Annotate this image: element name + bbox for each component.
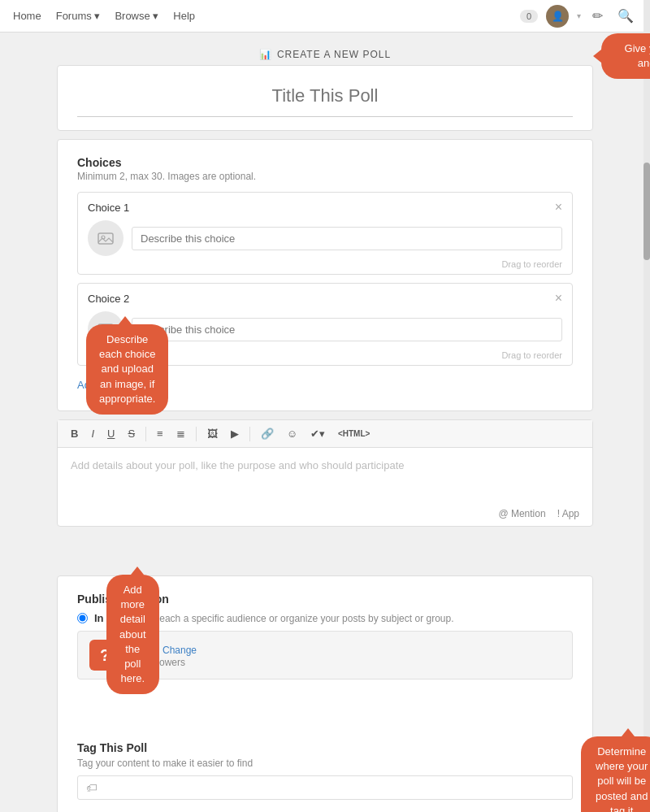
tag-section: Tag This Poll Tag your content to make i… bbox=[77, 741, 573, 800]
search-icon[interactable]: 🔍 bbox=[614, 5, 637, 27]
poll-title-input[interactable] bbox=[77, 79, 573, 117]
choice-1-header: Choice 1 × bbox=[88, 201, 562, 214]
toolbar-more[interactable]: ✔▾ bbox=[306, 425, 330, 442]
toolbar-ul[interactable]: ≡ bbox=[152, 425, 168, 442]
add-choice-link[interactable]: Add a Choice bbox=[77, 379, 141, 391]
publish-title: Publish Location bbox=[77, 593, 573, 606]
editor-toolbar: B I U S ≡ ≣ 🖼 ▶ 🔗 ☺ ✔▾ <HTML> bbox=[58, 420, 592, 448]
choices-title: Choices bbox=[77, 156, 573, 169]
nav-forums[interactable]: Forums ▾ bbox=[56, 10, 101, 22]
scrollbar-thumb[interactable] bbox=[644, 163, 650, 260]
toolbar-divider-3 bbox=[249, 427, 250, 441]
choice-2-image-upload[interactable] bbox=[88, 311, 124, 347]
choice-1-box: Choice 1 × Drag to reorder bbox=[77, 192, 573, 275]
publish-radio[interactable] bbox=[77, 613, 88, 623]
spacer-1 bbox=[57, 535, 593, 575]
tooltip-location: Determine where your poll will be posted… bbox=[581, 736, 650, 812]
place-info: Help Change 30 Followers bbox=[130, 643, 561, 668]
page-title: CREATE A NEW POLL bbox=[277, 49, 391, 60]
choices-card: Choices Minimum 2, max 30. Images are op… bbox=[57, 139, 593, 411]
place-followers: 30 Followers bbox=[130, 657, 185, 668]
nav-help[interactable]: Help bbox=[173, 10, 195, 22]
choice-2-close[interactable]: × bbox=[555, 292, 562, 305]
choice-1-close[interactable]: × bbox=[555, 201, 562, 214]
place-change-link[interactable]: Change bbox=[162, 645, 197, 656]
nav-left: Home Forums ▾ Browse ▾ Help bbox=[13, 10, 520, 22]
toolbar-image[interactable]: 🖼 bbox=[202, 425, 223, 442]
nav-right: 0 👤 ▾ ✏ 🔍 bbox=[520, 5, 637, 28]
avatar[interactable]: 👤 bbox=[546, 5, 569, 28]
notification-badge[interactable]: 0 bbox=[520, 10, 538, 23]
editor-placeholder: Add details about your poll, like the pu… bbox=[71, 459, 405, 471]
tooltip-title: Give your poll a short and simple title. bbox=[601, 33, 650, 79]
svg-rect-2 bbox=[98, 324, 113, 335]
toolbar-bold[interactable]: B bbox=[66, 425, 83, 442]
choices-subtitle: Minimum 2, max 30. Images are optional. bbox=[77, 171, 573, 182]
toolbar-divider-2 bbox=[196, 427, 197, 441]
tag-icon: 🏷 bbox=[86, 781, 98, 794]
scrollbar[interactable] bbox=[644, 0, 650, 812]
publish-radio-label: In a Place Reach a specific audience or … bbox=[94, 612, 453, 624]
edit-icon[interactable]: ✏ bbox=[589, 5, 606, 27]
tag-input[interactable] bbox=[101, 782, 564, 794]
choice-1-image-upload[interactable] bbox=[88, 220, 124, 256]
tag-title: Tag This Poll bbox=[77, 741, 573, 754]
place-name: Help bbox=[130, 643, 154, 656]
publish-section: Publish Location In a Place Reach a spec… bbox=[77, 593, 573, 680]
tag-subtitle: Tag your content to make it easier to fi… bbox=[77, 758, 573, 769]
toolbar-divider-1 bbox=[145, 427, 146, 441]
choice-1-label: Choice 1 bbox=[88, 202, 129, 214]
editor-card: B I U S ≡ ≣ 🖼 ▶ 🔗 ☺ ✔▾ <HTML> Add detail… bbox=[57, 419, 593, 527]
choice-1-drag-hint: Drag to reorder bbox=[88, 259, 562, 269]
mention-link[interactable]: @ Mention bbox=[498, 508, 545, 519]
spacer-2 bbox=[77, 693, 573, 741]
toolbar-underline[interactable]: U bbox=[102, 425, 119, 442]
title-card bbox=[57, 65, 593, 131]
header-icon: 📊 bbox=[259, 49, 272, 60]
nav-browse[interactable]: Browse ▾ bbox=[115, 10, 158, 22]
place-icon: ? bbox=[89, 640, 120, 671]
nav-home[interactable]: Home bbox=[13, 10, 41, 22]
toolbar-strikethrough[interactable]: S bbox=[123, 425, 140, 442]
toolbar-link[interactable]: 🔗 bbox=[256, 425, 279, 442]
choice-1-row bbox=[88, 220, 562, 256]
toolbar-video[interactable]: ▶ bbox=[226, 425, 244, 442]
place-card: ? Help Change 30 Followers bbox=[77, 631, 573, 680]
app-link[interactable]: ! App bbox=[557, 508, 579, 519]
page-header: 📊 CREATE A NEW POLL bbox=[57, 41, 593, 65]
editor-footer: @ Mention ! App bbox=[58, 505, 592, 526]
choice-1-input[interactable] bbox=[132, 227, 562, 250]
publish-radio-row: In a Place Reach a specific audience or … bbox=[77, 612, 573, 624]
tag-input-wrapper[interactable]: 🏷 bbox=[77, 775, 573, 800]
choice-2-input[interactable] bbox=[132, 318, 562, 341]
choice-2-drag-hint: Drag to reorder bbox=[88, 350, 562, 360]
choice-2-box: Choice 2 × Drag to reorder Describe each… bbox=[77, 283, 573, 366]
choice-2-row bbox=[88, 311, 562, 347]
main-container: 📊 CREATE A NEW POLL Give your poll a sho… bbox=[57, 33, 593, 812]
toolbar-emoji[interactable]: ☺ bbox=[282, 425, 302, 442]
svg-rect-0 bbox=[98, 233, 113, 244]
settings-card: Publish Location In a Place Reach a spec… bbox=[57, 575, 593, 812]
choice-2-label: Choice 2 bbox=[88, 293, 129, 305]
navbar: Home Forums ▾ Browse ▾ Help 0 👤 ▾ ✏ 🔍 bbox=[0, 0, 650, 33]
toolbar-ol[interactable]: ≣ bbox=[171, 425, 190, 442]
toolbar-html[interactable]: <HTML> bbox=[333, 427, 375, 441]
editor-body[interactable]: Add details about your poll, like the pu… bbox=[58, 448, 592, 505]
choice-2-header: Choice 2 × bbox=[88, 292, 562, 305]
toolbar-italic[interactable]: I bbox=[86, 425, 99, 442]
